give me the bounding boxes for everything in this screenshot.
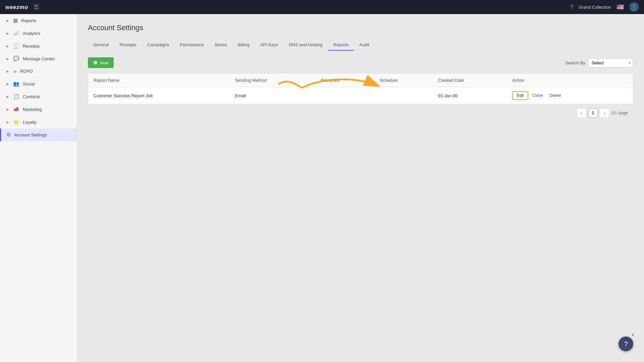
sidebar-item-message-center[interactable]: ▶ 💬 Message Center — [0, 52, 77, 65]
reports-icon: ▦ — [13, 17, 18, 23]
tab-permissions[interactable]: Permissions — [175, 40, 209, 51]
new-button[interactable]: ⊕ New — [88, 57, 114, 68]
sidebar-item-label: Message Center — [23, 56, 55, 61]
cell-action: Edit Clone Delete — [507, 87, 633, 104]
sidebar: ▶ ▦ Reports ▶ 📈 Analytics ▶ 🧾 Receipts ▶… — [0, 14, 77, 362]
page-title: Account Settings — [88, 23, 633, 32]
arrow-icon: ▶ — [6, 82, 9, 86]
edit-button[interactable]: Edit — [512, 91, 529, 100]
table-row: Customer Success Report Job Email 01-Jan… — [88, 87, 633, 104]
contacts-icon: 📋 — [13, 94, 19, 100]
col-action: Action — [507, 74, 633, 87]
sidebar-item-receipts[interactable]: ▶ 🧾 Receipts — [0, 40, 77, 52]
search-by-label: Search By — [565, 60, 585, 65]
pagination: ‹ 1 › 10 / page — [88, 104, 633, 122]
sidebar-item-label: Reports — [21, 18, 37, 23]
sidebar-item-label: Analytics — [23, 31, 40, 36]
analytics-icon: 📈 — [13, 30, 19, 36]
col-schedule: Schedule — [374, 74, 433, 87]
tab-audit[interactable]: Audit — [354, 40, 375, 51]
message-center-icon: 💬 — [13, 56, 19, 62]
sidebar-item-social[interactable]: ▶ 👥 Social — [0, 77, 77, 90]
col-sending-method: Sending Method — [229, 74, 315, 87]
tab-general[interactable]: General — [88, 40, 114, 51]
sidebar-item-reports[interactable]: ▶ ▦ Reports — [0, 14, 77, 27]
search-select-wrapper: Select Report Name Sending Method — [588, 58, 633, 67]
receipts-icon: 🧾 — [13, 43, 19, 49]
cell-created-date: 01-Jan-00 — [433, 87, 507, 104]
table-header: Report Name Sending Method Branches Sche… — [88, 74, 633, 87]
cell-sending-method: Email — [229, 87, 315, 104]
menu-icon[interactable]: ☰ — [34, 3, 39, 11]
main-content: Account Settings General Receipts Campai… — [77, 14, 644, 362]
sidebar-item-contacts[interactable]: ▶ 📋 Contacts — [0, 90, 77, 103]
col-report-name: Report Name — [88, 74, 230, 87]
sidebar-item-label: Receipts — [23, 44, 40, 49]
topbar: weezmo ☰ ? Grand Collection 🇺🇸 👤 — [0, 0, 644, 14]
arrow-icon: ▶ — [6, 57, 9, 61]
delete-button[interactable]: Delete — [547, 92, 564, 99]
tab-dns-hosting[interactable]: DNS and Hosting — [283, 40, 328, 51]
avatar[interactable]: 👤 — [629, 2, 639, 12]
arrow-icon: ▶ — [6, 44, 9, 48]
sidebar-item-label: ROPO — [20, 69, 33, 74]
sidebar-item-label: Loyalty — [23, 120, 37, 125]
sidebar-item-label: Account Settings — [14, 132, 47, 137]
help-icon[interactable]: ? — [570, 4, 573, 11]
tab-reports[interactable]: Reports — [328, 40, 354, 51]
org-name: Grand Collection — [579, 5, 611, 10]
sidebar-item-marketing[interactable]: ▶ 📣 Marketing — [0, 103, 77, 116]
search-by-container: Search By Select Report Name Sending Met… — [565, 58, 633, 67]
marketing-icon: 📣 — [13, 106, 19, 112]
sidebar-item-label: Social — [23, 81, 35, 86]
sidebar-item-analytics[interactable]: ▶ 📈 Analytics — [0, 27, 77, 40]
social-icon: 👥 — [13, 81, 19, 87]
help-fab-button[interactable]: ? — [619, 337, 633, 351]
arrow-icon: ▶ — [6, 95, 9, 99]
settings-icon: ⚙ — [6, 132, 11, 138]
per-page-label: 10 / page — [611, 111, 628, 115]
topbar-right: ? Grand Collection 🇺🇸 👤 — [570, 2, 639, 12]
flag-icon: 🇺🇸 — [616, 3, 624, 11]
reports-table: Report Name Sending Method Branches Sche… — [88, 73, 633, 104]
cell-report-name: Customer Success Report Job — [88, 87, 230, 104]
arrow-icon: ▶ — [6, 32, 9, 35]
col-created-date: Created Date — [433, 74, 507, 87]
arrow-icon: ▶ — [6, 120, 9, 124]
clone-button[interactable]: Clone — [530, 92, 545, 99]
tab-campaigns[interactable]: Campaigns — [142, 40, 175, 51]
sidebar-item-account-settings[interactable]: ⚙ Account Settings — [0, 128, 77, 141]
cell-branches — [315, 87, 374, 104]
tabs-bar: General Receipts Campaigns Permissions S… — [88, 40, 633, 51]
table-body: Customer Success Report Job Email 01-Jan… — [88, 87, 633, 104]
cell-schedule — [374, 87, 433, 104]
arrow-icon: ▶ — [6, 19, 9, 22]
tab-billing[interactable]: Billing — [232, 40, 255, 51]
tab-api-keys[interactable]: API Keys — [255, 40, 283, 51]
prev-page-button[interactable]: ‹ — [577, 108, 586, 118]
tab-receipts[interactable]: Receipts — [114, 40, 142, 51]
search-by-select[interactable]: Select Report Name Sending Method — [588, 58, 633, 67]
arrow-icon: ▶ — [6, 108, 9, 111]
toolbar: ⊕ New Search By Select Report Name Sendi… — [88, 57, 633, 68]
plus-icon: ⊕ — [93, 60, 98, 66]
arrow-icon: ▶ — [6, 69, 9, 73]
col-branches: Branches — [315, 74, 374, 87]
page-1-button[interactable]: 1 — [588, 108, 598, 118]
app-logo[interactable]: weezmo — [5, 4, 28, 11]
close-help-button[interactable]: x — [632, 332, 634, 337]
loyalty-icon: ⭐ — [13, 119, 19, 125]
sidebar-item-ropo[interactable]: ▶ ∞ ROPO — [0, 65, 77, 77]
sidebar-item-label: Marketing — [23, 107, 42, 112]
sidebar-item-loyalty[interactable]: ▶ ⭐ Loyalty — [0, 116, 77, 128]
next-page-button[interactable]: › — [600, 108, 609, 118]
sidebar-item-label: Contacts — [23, 94, 40, 99]
tab-stores[interactable]: Stores — [209, 40, 232, 51]
ropo-icon: ∞ — [13, 68, 17, 74]
